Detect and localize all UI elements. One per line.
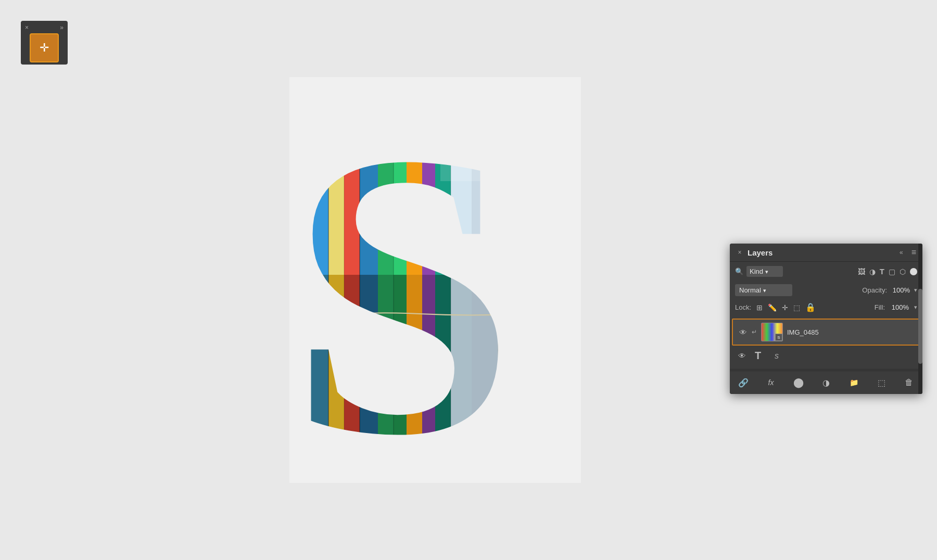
filter-text-icon[interactable]: T bbox=[880, 267, 884, 276]
svg-point-38 bbox=[495, 311, 501, 317]
kind-filter-dropdown[interactable]: Kind bbox=[746, 266, 783, 277]
kind-filter-label: Kind bbox=[750, 268, 763, 275]
blend-mode-chevron bbox=[763, 286, 766, 294]
svg-rect-23 bbox=[394, 275, 407, 483]
svg-rect-39 bbox=[440, 77, 482, 181]
fill-chevron[interactable]: ▾ bbox=[914, 304, 917, 311]
svg-rect-25 bbox=[422, 275, 435, 483]
svg-rect-4 bbox=[310, 77, 328, 275]
panel-scrollbar[interactable] bbox=[918, 244, 922, 394]
svg-point-37 bbox=[336, 312, 342, 319]
svg-rect-9 bbox=[394, 77, 407, 275]
fill-label: Fill: bbox=[875, 303, 885, 311]
layer-thumbnail-img: S bbox=[761, 323, 783, 341]
filter-toggle-circle[interactable] bbox=[910, 268, 917, 275]
toolbox-close-icon[interactable]: × bbox=[25, 24, 29, 31]
svg-rect-28 bbox=[472, 275, 498, 483]
move-tool-icon: ✛ bbox=[40, 41, 49, 55]
opacity-value[interactable]: 100% bbox=[891, 286, 910, 294]
svg-rect-7 bbox=[360, 77, 378, 275]
svg-rect-5 bbox=[328, 77, 344, 275]
blend-mode-value: Normal bbox=[739, 286, 761, 294]
layer-type-s-icon: s bbox=[769, 351, 784, 361]
new-group-button[interactable]: 📁 bbox=[846, 375, 861, 390]
adjustment-button[interactable]: ◑ bbox=[819, 375, 833, 390]
lock-artboard-button[interactable]: ⬚ bbox=[793, 303, 800, 312]
lock-fill-row: Lock: ⊞ ✏️ ✛ ⬚ 🔒 Fill: 100% ▾ bbox=[730, 299, 922, 315]
toolbox-header: × » bbox=[23, 23, 66, 32]
lock-label: Lock: bbox=[735, 303, 751, 311]
layer-visibility-toggle-text[interactable]: 👁 bbox=[737, 351, 746, 360]
lock-position-button[interactable]: ✛ bbox=[782, 303, 788, 312]
panel-collapse-button[interactable]: « bbox=[900, 249, 903, 256]
layer-link-icon-img: ↵ bbox=[752, 328, 757, 336]
layer-effects-button[interactable]: fx bbox=[764, 375, 778, 390]
svg-rect-26 bbox=[435, 275, 451, 483]
panel-title: Layers bbox=[748, 248, 773, 257]
lock-image-button[interactable]: ✏️ bbox=[768, 303, 777, 312]
filter-icons-row: 🖼 ◑ T ▢ ⬡ bbox=[858, 267, 917, 276]
layer-item-text[interactable]: 👁 T s bbox=[732, 347, 920, 365]
panel-bottom-toolbar: 🔗 fx ⬤ ◑ 📁 ⬚ 🗑 bbox=[730, 371, 922, 394]
opacity-label: Opacity: bbox=[862, 286, 887, 294]
svg-rect-3 bbox=[289, 77, 310, 275]
svg-rect-21 bbox=[360, 275, 378, 483]
svg-rect-8 bbox=[378, 77, 394, 275]
layer-item-img[interactable]: 👁 ↵ S IMG_0485 bbox=[732, 319, 920, 346]
panel-close-button[interactable]: × bbox=[736, 249, 743, 256]
panel-separator bbox=[730, 369, 922, 370]
svg-rect-20 bbox=[344, 275, 360, 483]
layer-visibility-toggle-img[interactable]: 👁 bbox=[738, 328, 748, 337]
kind-filter-chevron bbox=[765, 268, 768, 275]
svg-rect-24 bbox=[407, 275, 422, 483]
layers-list: 👁 ↵ S IMG_0485 👁 T s bbox=[730, 315, 922, 368]
add-mask-button[interactable]: ⬤ bbox=[791, 375, 806, 390]
new-layer-button[interactable]: ⬚ bbox=[874, 375, 889, 390]
lock-all-button[interactable]: 🔒 bbox=[805, 302, 816, 312]
filter-smart-icon[interactable]: ⬡ bbox=[900, 268, 906, 276]
opacity-chevron[interactable]: ▾ bbox=[914, 287, 917, 294]
panel-menu-button[interactable]: ≡ bbox=[911, 248, 916, 257]
svg-rect-19 bbox=[328, 275, 344, 483]
filter-adjustment-icon[interactable]: ◑ bbox=[869, 268, 876, 276]
toolbox-expand-icon[interactable]: » bbox=[60, 24, 64, 31]
lock-pixels-button[interactable]: ⊞ bbox=[756, 303, 763, 312]
svg-rect-10 bbox=[407, 77, 422, 275]
blend-mode-dropdown[interactable]: Normal bbox=[735, 284, 792, 296]
filter-image-icon[interactable]: 🖼 bbox=[858, 268, 865, 276]
svg-rect-11 bbox=[422, 77, 435, 275]
delete-layer-button[interactable]: 🗑 bbox=[902, 375, 916, 390]
panel-title-left: × Layers bbox=[736, 248, 773, 257]
svg-rect-27 bbox=[451, 275, 472, 483]
layers-panel: × Layers « ≡ 🔍 Kind 🖼 ◑ T bbox=[730, 244, 922, 394]
filter-row: 🔍 Kind 🖼 ◑ T ▢ ⬡ bbox=[730, 262, 922, 281]
canvas-area: S bbox=[0, 0, 937, 560]
layer-type-text-icon: T bbox=[751, 350, 765, 362]
filter-shape-icon[interactable]: ▢ bbox=[889, 268, 895, 276]
blend-opacity-row: Normal Opacity: 100% ▾ bbox=[730, 281, 922, 299]
filter-search-icon: 🔍 bbox=[735, 268, 743, 275]
svg-rect-22 bbox=[378, 275, 394, 483]
svg-rect-17 bbox=[289, 275, 310, 483]
layer-name-img: IMG_0485 bbox=[787, 328, 914, 336]
move-tool-button[interactable]: ✛ bbox=[30, 33, 59, 62]
svg-rect-18 bbox=[310, 275, 328, 483]
toolbox: × » ✛ bbox=[21, 21, 68, 65]
fill-value[interactable]: 100% bbox=[890, 303, 909, 311]
s-letter-canvas: S bbox=[289, 77, 581, 483]
link-layers-button[interactable]: 🔗 bbox=[736, 375, 751, 390]
panel-titlebar: × Layers « ≡ bbox=[730, 244, 922, 262]
panel-scrollbar-thumb[interactable] bbox=[918, 289, 922, 364]
svg-rect-6 bbox=[344, 77, 360, 275]
